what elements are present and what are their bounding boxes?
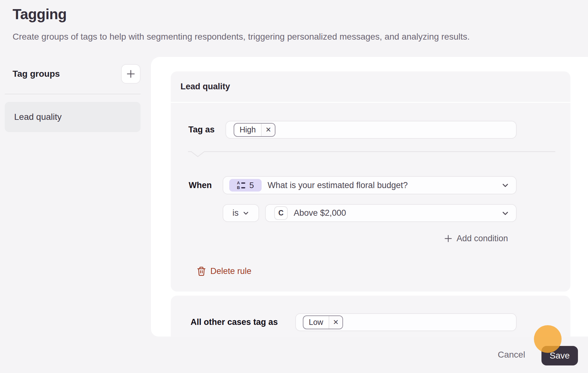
- multiple-choice-icon: A B: [237, 181, 245, 189]
- x-icon: ✕: [333, 318, 339, 326]
- tag-chip-label: High: [234, 124, 261, 136]
- question-select[interactable]: A B 5 What is your estimated floral budg…: [223, 176, 517, 194]
- tag-chip-low: Low ✕: [303, 315, 343, 329]
- add-tag-group-button[interactable]: [121, 64, 141, 84]
- sidebar-divider: [5, 94, 141, 94]
- tag-as-label: Tag as: [188, 125, 225, 135]
- rule-card-header: Lead quality: [171, 71, 570, 103]
- tag-chip-high: High ✕: [234, 123, 275, 137]
- answer-select[interactable]: C Above $2,000: [265, 204, 517, 222]
- fallback-row: All other cases tag as Low ✕: [191, 313, 517, 331]
- page-description: Create groups of tags to help with segme…: [13, 32, 470, 42]
- plus-icon: [126, 69, 136, 79]
- remove-tag-button[interactable]: ✕: [329, 316, 342, 329]
- save-button[interactable]: Save: [541, 346, 578, 365]
- rule-card: Lead quality Tag as High ✕ When A B: [171, 71, 570, 292]
- option-letter-badge: C: [274, 206, 288, 220]
- add-condition-button[interactable]: Add condition: [444, 233, 508, 244]
- remove-tag-button[interactable]: ✕: [261, 124, 275, 136]
- chevron-down-icon: [501, 209, 510, 218]
- page-title: Tagging: [13, 6, 67, 23]
- tag-as-row: Tag as High ✕: [188, 121, 517, 139]
- plus-icon: [444, 234, 452, 243]
- operator-value: is: [232, 208, 239, 218]
- tag-as-input[interactable]: High ✕: [225, 121, 517, 139]
- trash-icon: [197, 266, 206, 276]
- fallback-card: All other cases tag as Low ✕: [171, 296, 570, 337]
- cancel-button[interactable]: Cancel: [498, 350, 525, 360]
- fallback-tag-input[interactable]: Low ✕: [295, 313, 517, 331]
- group-title: Lead quality: [180, 82, 230, 92]
- tag-group-panel: Lead quality Tag as High ✕ When A B: [151, 57, 588, 337]
- tag-chip-label: Low: [303, 316, 329, 329]
- question-number-badge: A B 5: [229, 179, 262, 192]
- chevron-down-icon: [242, 210, 249, 217]
- add-condition-label: Add condition: [457, 234, 508, 243]
- sidebar-item-lead-quality[interactable]: Lead quality: [5, 102, 141, 132]
- sidebar-header: Tag groups: [5, 64, 141, 84]
- condition-row: is C Above $2,000: [223, 204, 517, 222]
- when-row: When A B 5 What is your estimated floral…: [189, 176, 517, 194]
- x-icon: ✕: [265, 126, 271, 134]
- tag-groups-sidebar: Tag groups Lead quality: [5, 64, 141, 132]
- fallback-label: All other cases tag as: [191, 317, 295, 327]
- chevron-down-icon: [501, 181, 510, 190]
- when-label: When: [189, 181, 223, 190]
- delete-rule-label: Delete rule: [210, 266, 252, 276]
- answer-text: Above $2,000: [294, 208, 346, 218]
- operator-select[interactable]: is: [223, 204, 259, 222]
- tag-groups-heading: Tag groups: [13, 69, 60, 79]
- rule-connector-divider: [188, 151, 556, 160]
- sidebar-item-label: Lead quality: [14, 112, 62, 122]
- delete-rule-button[interactable]: Delete rule: [197, 265, 252, 277]
- question-number: 5: [249, 181, 254, 190]
- question-text: What is your estimated floral budget?: [268, 181, 408, 190]
